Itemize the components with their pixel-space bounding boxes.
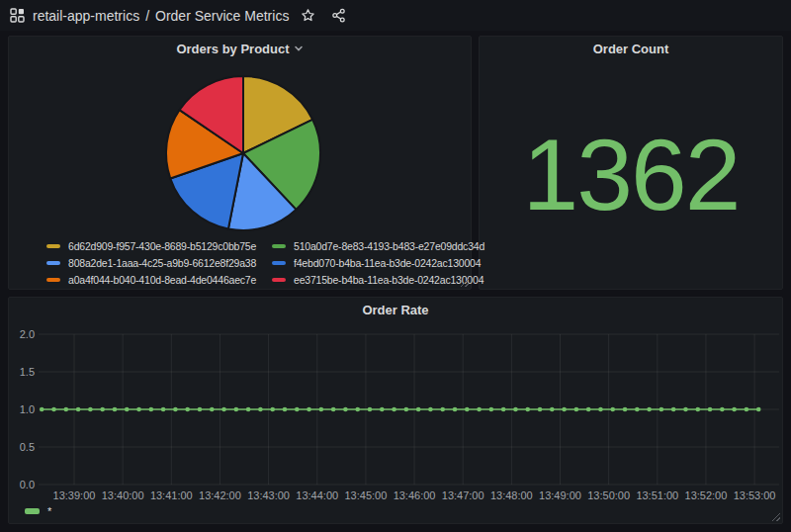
data-point	[319, 407, 324, 412]
breadcrumb-folder[interactable]: retail-app-metrics	[33, 8, 139, 24]
x-tick-label: 13:49:00	[539, 489, 581, 501]
data-point	[756, 407, 761, 412]
data-point	[550, 407, 555, 412]
data-point	[659, 407, 664, 412]
data-point	[610, 407, 615, 412]
pie-legend-item[interactable]: f4ebd070-b4ba-11ea-b3de-0242ac130004	[272, 257, 484, 269]
data-point	[136, 407, 141, 412]
y-tick-label: 0.0	[20, 479, 35, 490]
data-point	[100, 407, 105, 412]
data-point	[695, 407, 700, 412]
data-point	[477, 407, 482, 412]
data-point	[210, 407, 215, 412]
series-color-swatch	[46, 261, 60, 265]
series-color-swatch	[25, 508, 40, 514]
data-point	[745, 407, 749, 412]
y-tick-label: 0.5	[20, 441, 35, 453]
time-series-chart[interactable]: 0.00.51.01.52.013:39:0013:40:0013:41:001…	[9, 298, 782, 523]
data-point	[392, 407, 396, 412]
data-point	[88, 407, 93, 412]
order-count-value: 1362	[523, 125, 740, 225]
x-tick-label: 13:47:00	[442, 489, 484, 501]
series-color-swatch	[46, 244, 60, 248]
y-tick-label: 1.5	[20, 366, 35, 378]
star-icon[interactable]	[301, 8, 315, 23]
data-point	[683, 407, 688, 412]
panel-menu-order-rate[interactable]: Order Rate	[9, 298, 782, 321]
panel-title: Orders by Product	[176, 42, 289, 56]
x-tick-label: 13:48:00	[490, 489, 533, 501]
data-point	[538, 407, 543, 412]
data-point	[732, 407, 737, 412]
data-point	[525, 407, 530, 412]
data-point	[331, 407, 336, 412]
pie-legend-item[interactable]: 808a2de1-1aaa-4c25-a9b9-6612e8f29a38	[46, 257, 250, 269]
pie-legend: 6d62d909-f957-430e-8689-b5129c0bb75e510a…	[46, 240, 484, 286]
panel-orders-by-product: Orders by Product 6d62d909-f957-430e-868…	[8, 36, 472, 290]
x-tick-label: 13:46:00	[394, 489, 436, 501]
x-tick-label: 13:53:00	[734, 489, 776, 501]
series-color-swatch	[46, 278, 60, 282]
data-point	[647, 407, 652, 412]
series-legend-label: 6d62d909-f957-430e-8689-b5129c0bb75e	[68, 240, 256, 252]
data-point	[258, 407, 263, 412]
data-point	[76, 407, 81, 412]
panel-title: Order Rate	[362, 303, 428, 317]
data-point	[295, 407, 300, 412]
data-point	[113, 407, 118, 412]
data-point	[562, 407, 567, 412]
data-point	[185, 407, 190, 412]
series-color-swatch	[272, 244, 286, 248]
data-point	[671, 407, 676, 412]
dashboard-topbar: retail-app-metrics / Order Service Metri…	[0, 0, 791, 31]
data-point	[173, 407, 178, 412]
series-legend-label: 510a0d7e-8e83-4193-b483-e27e09ddc34d	[294, 240, 484, 252]
data-point	[198, 407, 203, 412]
series-legend-item[interactable]: *	[25, 505, 51, 517]
data-point	[513, 407, 518, 412]
x-tick-label: 13:39:00	[53, 489, 96, 501]
x-tick-label: 13:51:00	[636, 489, 678, 501]
data-point	[307, 407, 311, 412]
data-point	[708, 407, 713, 412]
panel-menu-order-count[interactable]: Order Count	[480, 37, 782, 60]
data-point	[428, 407, 433, 412]
apps-grid-icon[interactable]	[10, 8, 25, 23]
pie-legend-item[interactable]: 510a0d7e-8e83-4193-b483-e27e09ddc34d	[272, 240, 484, 252]
x-tick-label: 13:44:00	[296, 489, 338, 501]
data-point	[501, 407, 506, 412]
share-icon[interactable]	[331, 8, 346, 23]
y-tick-label: 1.0	[20, 403, 35, 415]
data-point	[234, 407, 239, 412]
data-point	[380, 407, 385, 412]
pie-legend-item[interactable]: 6d62d909-f957-430e-8689-b5129c0bb75e	[46, 240, 250, 252]
data-point	[574, 407, 579, 412]
panel-menu-orders-by-product[interactable]: Orders by Product	[9, 37, 471, 60]
data-point	[355, 407, 360, 412]
series-color-swatch	[272, 278, 286, 282]
data-point	[161, 407, 166, 412]
data-point	[343, 407, 348, 412]
grafana-dashboard: retail-app-metrics / Order Service Metri…	[0, 0, 791, 532]
pie-legend-item[interactable]: a0a4f044-b040-410d-8ead-4de0446aec7e	[46, 274, 250, 286]
data-point	[598, 407, 603, 412]
x-tick-label: 13:50:00	[587, 489, 630, 501]
data-point	[64, 407, 69, 412]
data-point	[40, 407, 44, 412]
y-tick-label: 2.0	[20, 328, 35, 340]
breadcrumb: retail-app-metrics / Order Service Metri…	[33, 8, 289, 24]
data-point	[489, 407, 494, 412]
series-color-swatch	[272, 261, 286, 265]
data-point	[404, 407, 409, 412]
x-tick-label: 13:42:00	[199, 489, 241, 501]
data-point	[125, 407, 130, 412]
x-tick-label: 13:45:00	[344, 489, 387, 501]
stat-body: 1362	[480, 60, 782, 289]
x-tick-label: 13:52:00	[685, 489, 728, 501]
data-point	[416, 407, 421, 412]
pie-legend-item[interactable]: ee3715be-b4ba-11ea-b3de-0242ac130004	[272, 274, 484, 286]
data-point	[635, 407, 640, 412]
data-point	[51, 407, 56, 412]
data-point	[465, 407, 470, 412]
breadcrumb-dashboard[interactable]: Order Service Metrics	[155, 8, 289, 24]
